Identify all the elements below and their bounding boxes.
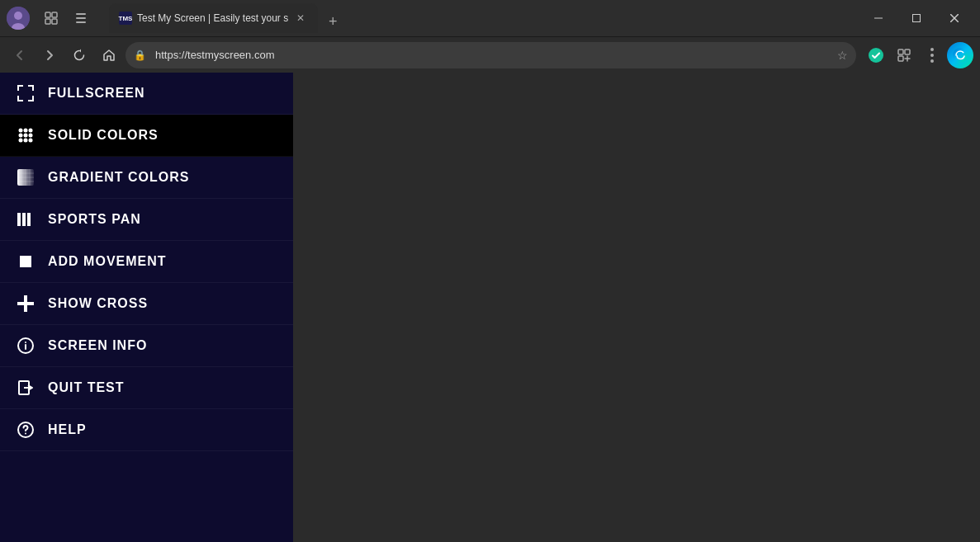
- sidebar-item-gradient-colors[interactable]: GRADIENT COLORS: [0, 157, 293, 199]
- svg-rect-43: [17, 302, 34, 305]
- fullscreen-icon: [17, 84, 35, 102]
- svg-rect-4: [52, 12, 57, 17]
- sidebar-item-quit-test[interactable]: QUIT TEST: [0, 367, 293, 409]
- minimize-button[interactable]: [859, 5, 897, 31]
- svg-point-26: [24, 134, 28, 138]
- svg-point-14: [869, 48, 883, 63]
- more-options-button[interactable]: [919, 42, 945, 68]
- sidebar-item-screen-info[interactable]: SCREEN INFO: [0, 325, 293, 367]
- svg-point-19: [930, 54, 934, 57]
- tab-group-button[interactable]: [40, 7, 63, 30]
- svg-point-20: [930, 59, 934, 63]
- back-button[interactable]: [7, 42, 33, 68]
- svg-rect-17: [898, 56, 903, 61]
- title-bar: TMS Test My Screen | Easily test your s …: [0, 0, 980, 36]
- sidebar-item-solid-colors[interactable]: SOLID COLORS: [0, 115, 293, 157]
- svg-rect-8: [76, 17, 86, 19]
- tab-title: Test My Screen | Easily test your s: [137, 12, 288, 24]
- svg-point-24: [29, 129, 33, 133]
- maximize-button[interactable]: [897, 5, 935, 31]
- home-button[interactable]: [96, 42, 122, 68]
- svg-rect-15: [898, 49, 903, 54]
- content-area: FULLSCREEN SO: [0, 73, 980, 542]
- sidebar-item-fullscreen[interactable]: FULLSCREEN: [0, 73, 293, 115]
- help-label: HELP: [48, 422, 87, 437]
- sports-pan-icon: [17, 210, 35, 229]
- svg-point-50: [25, 433, 26, 435]
- sidebar-item-help[interactable]: HELP: [0, 409, 293, 451]
- svg-point-30: [29, 139, 33, 143]
- address-bar-wrapper: 🔒 ☆: [125, 42, 856, 68]
- svg-point-46: [25, 342, 26, 343]
- address-bar-row: 🔒 ☆: [0, 36, 980, 73]
- tab-close-button[interactable]: ✕: [293, 11, 308, 26]
- svg-rect-6: [52, 19, 57, 24]
- add-movement-icon: [17, 252, 35, 271]
- screen-info-label: SCREEN INFO: [48, 338, 147, 353]
- svg-rect-16: [905, 49, 910, 54]
- extensions-button[interactable]: [891, 42, 917, 68]
- quit-test-icon: [17, 379, 35, 397]
- svg-rect-41: [20, 256, 31, 267]
- svg-point-27: [29, 134, 33, 138]
- svg-rect-40: [27, 213, 31, 226]
- sidebar: FULLSCREEN SO: [0, 73, 293, 542]
- window-controls: [859, 5, 973, 31]
- active-tab[interactable]: TMS Test My Screen | Easily test your s …: [109, 3, 318, 33]
- add-movement-label: ADD MOVEMENT: [48, 254, 167, 269]
- fullscreen-label: FULLSCREEN: [48, 86, 145, 101]
- address-input[interactable]: [125, 42, 856, 68]
- svg-rect-3: [45, 12, 50, 17]
- svg-point-23: [24, 129, 28, 133]
- svg-point-18: [930, 48, 934, 51]
- help-icon: [17, 421, 35, 439]
- svg-rect-11: [913, 15, 921, 22]
- sidebar-item-add-movement[interactable]: ADD MOVEMENT: [0, 241, 293, 283]
- sidebar-item-sports-pan[interactable]: SPORTS PAN: [0, 199, 293, 241]
- svg-rect-5: [45, 19, 50, 24]
- svg-point-21: [953, 48, 968, 63]
- svg-point-22: [19, 129, 23, 133]
- gradient-colors-icon: [17, 168, 35, 186]
- grammarly-button[interactable]: [863, 42, 889, 68]
- svg-point-29: [24, 139, 28, 143]
- edge-profile-button[interactable]: [947, 42, 973, 68]
- sports-pan-label: SPORTS PAN: [48, 212, 141, 227]
- quit-test-label: QUIT TEST: [48, 380, 125, 395]
- show-cross-icon: [17, 295, 35, 313]
- solid-colors-label: SOLID COLORS: [48, 128, 159, 143]
- svg-point-28: [19, 139, 23, 143]
- forward-button[interactable]: [36, 42, 63, 68]
- svg-rect-38: [17, 213, 21, 226]
- svg-rect-7: [76, 13, 86, 15]
- gradient-colors-label: GRADIENT COLORS: [48, 170, 189, 185]
- svg-point-25: [19, 134, 23, 138]
- svg-rect-39: [22, 213, 26, 226]
- solid-colors-icon: [17, 126, 35, 144]
- tab-favicon: TMS: [119, 12, 132, 25]
- svg-point-1: [14, 12, 22, 20]
- sidebar-item-show-cross[interactable]: SHOW CROSS: [0, 283, 293, 325]
- show-cross-label: SHOW CROSS: [48, 296, 148, 311]
- tab-list-button[interactable]: [69, 7, 92, 30]
- toolbar-right: [863, 42, 973, 68]
- tab-bar: TMS Test My Screen | Easily test your s …: [102, 3, 856, 33]
- new-tab-button[interactable]: +: [321, 10, 344, 33]
- main-content: [293, 73, 980, 542]
- svg-rect-10: [874, 18, 883, 19]
- refresh-button[interactable]: [66, 42, 92, 68]
- browser-frame: TMS Test My Screen | Easily test your s …: [0, 0, 980, 542]
- close-button[interactable]: [935, 5, 973, 31]
- profile-avatar[interactable]: [7, 7, 30, 30]
- favorite-star-button[interactable]: ☆: [837, 49, 848, 62]
- screen-info-icon: [17, 337, 35, 355]
- svg-rect-9: [76, 21, 86, 23]
